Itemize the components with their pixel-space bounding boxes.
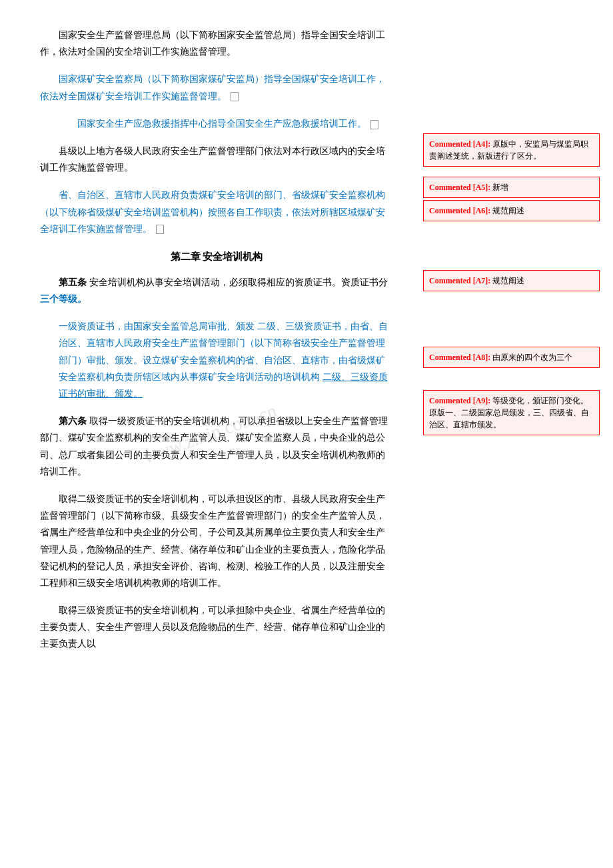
comment-label-A7: Commented [A7]: <box>429 276 492 285</box>
bracket-marker-3 <box>156 225 164 234</box>
paragraph-1-text: 国家安全生产监督管理总局（以下简称国家安全监管总局）指导全国安全培训工作，依法对… <box>40 30 385 57</box>
comment-A7: Commented [A7]: 规范阐述 <box>423 270 600 291</box>
comment-A5: Commented [A5]: 新增 <box>423 177 600 198</box>
paragraph-2-text: 国家煤矿安全监察局（以下简称国家煤矿安监局）指导全国煤矿安全培训工作，依法对全国… <box>40 74 385 101</box>
comment-A6: Commented [A6]: 规范阐述 <box>423 200 600 221</box>
chapter-2-title: 第二章 安全培训机构 <box>40 251 393 263</box>
paragraph-2: 国家煤矿安全监察局（以下简称国家煤矿安监局）指导全国煤矿安全培训工作，依法对全国… <box>40 71 393 104</box>
paragraph-1: 国家安全生产监督管理总局（以下简称国家安全监管总局）指导全国安全培训工作，依法对… <box>40 27 393 60</box>
comment-text-A5: 新增 <box>492 183 508 192</box>
comment-text-A6: 规范阐述 <box>492 206 524 215</box>
comment-A4: Commented [A4]: 原版中，安监局与煤监局职责阐述笼统，新版进行了区… <box>423 133 600 167</box>
paragraph-5: 省、自治区、直辖市人民政府负责煤矿安全培训的部门、省级煤矿安全监察机构（以下统称… <box>40 187 393 237</box>
comment-label-A6: Commented [A6]: <box>429 206 492 215</box>
comment-label-A8: Commented [A8]: <box>429 353 492 362</box>
article-5-suffix: 三个等级。 <box>40 294 87 304</box>
paragraph-6: 一级资质证书，由国家安全监管总局审批、颁发 二级、三级资质证书，由省、自治区、直… <box>40 318 393 402</box>
comment-text-A7: 规范阐述 <box>492 276 524 285</box>
paragraph-7-text: 取得二级资质证书的安全培训机构，可以承担设区的市、县级人民政府安全生产监督管理部… <box>40 494 385 588</box>
article-6-label: 第六条 <box>59 416 87 426</box>
comment-text-A8: 由原来的四个改为三个 <box>492 353 572 362</box>
comment-label-A4: Commented [A4]: <box>429 139 492 149</box>
main-content: www.zixin.com.cn 国家安全生产监督管理总局（以下简称国家安全监管… <box>0 0 420 868</box>
paragraph-5-text: 省、自治区、直辖市人民政府负责煤矿安全培训的部门、省级煤矿安全监察机构（以下统称… <box>40 190 385 233</box>
paragraph-8: 取得三级资质证书的安全培训机构，可以承担除中央企业、省属生产经营单位的主要负责人… <box>40 602 393 653</box>
comment-label-A9: Commented [A9]: <box>429 396 492 405</box>
paragraph-3: 国家安全生产应急救援指挥中心指导全国安全生产应急救援培训工作。 <box>40 115 393 132</box>
paragraph-4: 县级以上地方各级人民政府安全生产监督管理部门依法对本行政区域内的安全培训工作实施… <box>40 143 393 176</box>
comment-label-A5: Commented [A5]: <box>429 183 492 192</box>
comments-sidebar: Commented [A4]: 原版中，安监局与煤监局职责阐述笼统，新版进行了区… <box>420 0 613 868</box>
article-5-label: 第五条 <box>59 277 87 287</box>
comment-A8: Commented [A8]: 由原来的四个改为三个 <box>423 347 600 368</box>
article-6-text: 取得一级资质证书的安全培训机构，可以承担省级以上安全生产监督管理部门、煤矿安全监… <box>40 416 388 477</box>
paragraph-6-blue: 一级资质证书，由国家安全监管总局审批、颁发 二级、三级资质证书，由省、自治区、直… <box>59 321 388 399</box>
paragraph-3-text: 国家安全生产应急救援指挥中心指导全国安全生产应急救援培训工作。 <box>77 119 378 129</box>
sidebar-inner: Commented [A4]: 原版中，安监局与煤监局职责阐述笼统，新版进行了区… <box>423 7 606 807</box>
bracket-marker-1 <box>231 92 239 101</box>
paragraph-4-text: 县级以上地方各级人民政府安全生产监督管理部门依法对本行政区域内的安全培训工作实施… <box>40 146 385 173</box>
paragraph-7: 取得二级资质证书的安全培训机构，可以承担设区的市、县级人民政府安全生产监督管理部… <box>40 491 393 591</box>
comment-A9: Commented [A9]: 等级变化，颁证部门变化。原版一、二级国家总局颁发… <box>423 390 600 435</box>
article-6: 第六条 取得一级资质证书的安全培训机构，可以承担省级以上安全生产监督管理部门、煤… <box>40 413 393 480</box>
bracket-marker-2 <box>370 120 378 129</box>
article-5-text: 安全培训机构从事安全培训活动，必须取得相应的资质证书。资质证书分 <box>89 277 388 287</box>
article-5: 第五条 安全培训机构从事安全培训活动，必须取得相应的资质证书。资质证书分 三个等… <box>40 274 393 307</box>
paragraph-8-text: 取得三级资质证书的安全培训机构，可以承担除中央企业、省属生产经营单位的主要负责人… <box>40 605 385 649</box>
